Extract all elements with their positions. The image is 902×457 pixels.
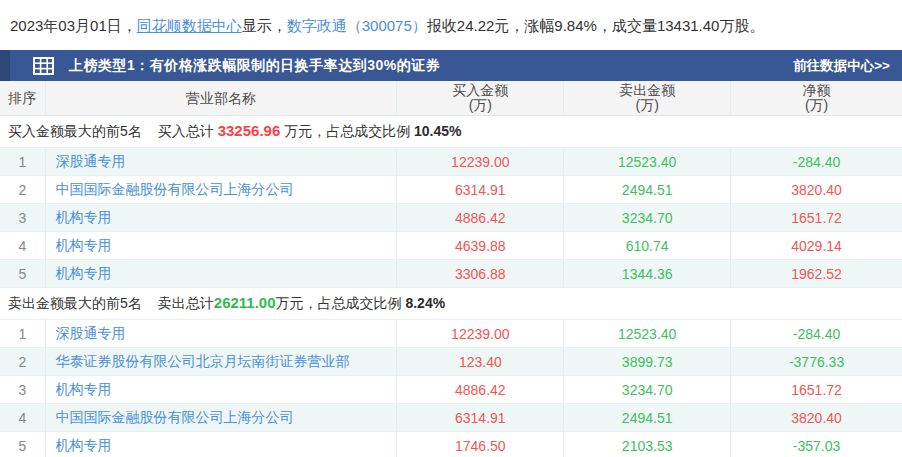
buy-amount-cell: 6314.91 — [397, 176, 564, 204]
net-amount-cell: 1651.72 — [731, 204, 902, 232]
goto-datacenter-link[interactable]: 前往数据中心>> — [793, 57, 902, 75]
intro-summary: 2023年03月01日，同花顺数据中心显示，数字政通（300075）报收24.2… — [0, 0, 902, 50]
sell-summary-row: 卖出金额最大的前5名卖出总计26211.00万元，占总成交比例 8.24% — [0, 288, 902, 320]
sell-amount-cell: 610.74 — [564, 232, 731, 260]
row-rank: 1 — [0, 148, 45, 176]
table-row: 1 深股通专用 12239.00 12523.40 -284.40 — [0, 320, 902, 348]
sell-amount-cell: 12523.40 — [564, 320, 731, 348]
row-rank: 5 — [0, 432, 45, 457]
broker-name-link[interactable]: 华泰证券股份有限公司北京月坛南街证券营业部 — [56, 353, 350, 369]
table-row: 5 机构专用 3306.88 1344.36 1962.52 — [0, 260, 902, 288]
net-amount-cell: 3820.40 — [731, 176, 902, 204]
row-rank: 4 — [0, 232, 45, 260]
sell-total-value: 26211.00 — [214, 294, 276, 311]
buy-amount-cell: 1746.50 — [397, 432, 564, 457]
row-rank: 4 — [0, 404, 45, 432]
table-row: 3 机构专用 4886.42 3234.70 1651.72 — [0, 204, 902, 232]
table-row: 5 机构专用 1746.50 2103.53 -357.03 — [0, 432, 902, 457]
net-amount-cell: 4029.14 — [731, 232, 902, 260]
row-rank: 3 — [0, 376, 45, 404]
column-header-row: 排序 营业部名称 买入金额(万) 卖出金额(万) 净额(万) — [0, 81, 902, 116]
sell-amount-cell: 3234.70 — [564, 376, 731, 404]
buy-amount-cell: 12239.00 — [397, 320, 564, 348]
net-amount-cell: 1962.52 — [731, 260, 902, 288]
row-rank: 2 — [0, 348, 45, 376]
row-rank: 2 — [0, 176, 45, 204]
sell-ratio-label: 占总成交比例 — [318, 295, 406, 311]
lhb-table: 排序 营业部名称 买入金额(万) 卖出金额(万) 净额(万) 买入金额最大的前5… — [0, 81, 902, 457]
row-rank: 1 — [0, 320, 45, 348]
datacenter-link[interactable]: 同花顺数据中心 — [137, 17, 242, 34]
broker-name-link[interactable]: 机构专用 — [56, 381, 112, 397]
buy-amount-cell: 4886.42 — [397, 376, 564, 404]
buy-section-label: 买入金额最大的前5名 — [8, 123, 142, 139]
sell-ratio-value: 8.24% — [405, 295, 445, 311]
broker-name-link[interactable]: 机构专用 — [56, 237, 112, 253]
net-amount-cell: 3820.40 — [731, 404, 902, 432]
net-amount-cell: -284.40 — [731, 320, 902, 348]
panel-title: 上榜类型1：有价格涨跌幅限制的日换手率达到30%的证券 — [69, 57, 440, 75]
buy-amount-cell: 12239.00 — [397, 148, 564, 176]
table-row: 1 深股通专用 12239.00 12523.40 -284.40 — [0, 148, 902, 176]
broker-name-link[interactable]: 中国国际金融股份有限公司上海分公司 — [56, 181, 294, 197]
table-row: 3 机构专用 4886.42 3234.70 1651.72 — [0, 376, 902, 404]
buy-ratio-value: 10.45% — [414, 123, 461, 139]
sell-amount-cell: 2494.51 — [564, 176, 731, 204]
net-amount-cell: -3776.33 — [731, 348, 902, 376]
table-grid-icon — [33, 57, 54, 75]
broker-name-link[interactable]: 机构专用 — [56, 437, 112, 453]
buy-amount-cell: 123.40 — [397, 348, 564, 376]
buy-ratio-label: 占总成交比例 — [326, 123, 414, 139]
net-amount-cell: -284.40 — [731, 148, 902, 176]
net-amount-cell: 1651.72 — [731, 376, 902, 404]
intro-mid: 显示， — [242, 17, 287, 34]
row-rank: 3 — [0, 204, 45, 232]
sell-total-prefix: 卖出总计 — [158, 295, 214, 311]
sell-amount-cell: 1344.36 — [564, 260, 731, 288]
sell-amount-cell: 2494.51 — [564, 404, 731, 432]
list-type-header: 上榜类型1：有价格涨跌幅限制的日换手率达到30%的证券 前往数据中心>> — [0, 50, 902, 81]
table-row: 2 华泰证券股份有限公司北京月坛南街证券营业部 123.40 3899.73 -… — [0, 348, 902, 376]
table-row: 2 中国国际金融股份有限公司上海分公司 6314.91 2494.51 3820… — [0, 176, 902, 204]
broker-name-link[interactable]: 中国国际金融股份有限公司上海分公司 — [56, 409, 294, 425]
broker-name-link[interactable]: 机构专用 — [56, 209, 112, 225]
broker-name-link[interactable]: 深股通专用 — [56, 153, 126, 169]
col-sell-amount: 卖出金额(万) — [564, 81, 731, 116]
sell-section-label: 卖出金额最大的前5名 — [8, 295, 142, 311]
intro-stats: 报收24.22元，涨幅9.84%，成交量13431.40万股。 — [427, 17, 765, 34]
stock-link[interactable]: 数字政通（300075） — [287, 17, 427, 34]
buy-total-prefix: 买入总计 — [158, 123, 218, 139]
row-rank: 5 — [0, 260, 45, 288]
col-rank: 排序 — [0, 81, 45, 116]
buy-total-unit: 万元， — [280, 123, 326, 139]
sell-amount-cell: 3899.73 — [564, 348, 731, 376]
intro-date: 2023年03月01日， — [10, 17, 137, 34]
col-buy-amount: 买入金额(万) — [397, 81, 564, 116]
sell-amount-cell: 3234.70 — [564, 204, 731, 232]
col-broker-name: 营业部名称 — [45, 81, 397, 116]
buy-amount-cell: 6314.91 — [397, 404, 564, 432]
buy-amount-cell: 4639.88 — [397, 232, 564, 260]
buy-total-value: 33256.96 — [218, 122, 281, 139]
buy-amount-cell: 3306.88 — [397, 260, 564, 288]
sell-total-unit: 万元， — [276, 295, 318, 311]
sell-amount-cell: 2103.53 — [564, 432, 731, 457]
sell-amount-cell: 12523.40 — [564, 148, 731, 176]
broker-name-link[interactable]: 机构专用 — [56, 265, 112, 281]
table-row: 4 中国国际金融股份有限公司上海分公司 6314.91 2494.51 3820… — [0, 404, 902, 432]
table-row: 4 机构专用 4639.88 610.74 4029.14 — [0, 232, 902, 260]
col-net-amount: 净额(万) — [731, 81, 902, 116]
net-amount-cell: -357.03 — [731, 432, 902, 457]
buy-amount-cell: 4886.42 — [397, 204, 564, 232]
broker-name-link[interactable]: 深股通专用 — [56, 325, 126, 341]
buy-summary-row: 买入金额最大的前5名买入总计 33256.96 万元，占总成交比例 10.45% — [0, 116, 902, 148]
